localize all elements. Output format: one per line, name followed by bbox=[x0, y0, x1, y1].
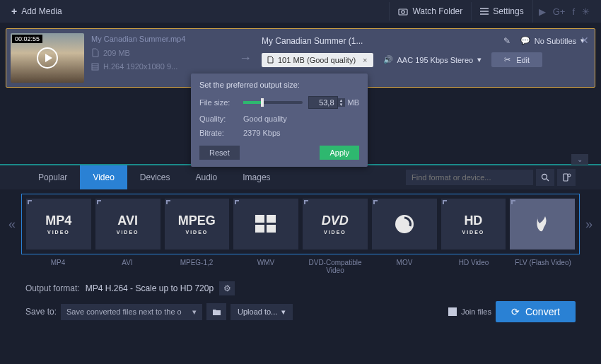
audio-dropdown[interactable]: 🔊 AAC 195 Kbps Stereo ▾ bbox=[378, 52, 488, 67]
filesize-spinner[interactable]: ▲▼ bbox=[338, 98, 345, 107]
format-grid: MP4VIDEO AVIVIDEO MPEGVIDEO DVDVIDEO HDV… bbox=[21, 194, 580, 254]
tab-audio[interactable]: Audio bbox=[183, 165, 231, 189]
gear-icon: ⚙ bbox=[223, 283, 231, 293]
format-mov[interactable] bbox=[372, 199, 437, 249]
chevron-down-icon: ▾ bbox=[281, 307, 286, 317]
format-flv[interactable] bbox=[510, 199, 575, 249]
search-input[interactable] bbox=[406, 170, 533, 185]
svg-point-1 bbox=[402, 10, 404, 13]
device-detect-button[interactable] bbox=[557, 169, 576, 186]
search-button[interactable] bbox=[536, 169, 554, 186]
watch-folder-label: Watch Folder bbox=[412, 6, 462, 16]
svg-rect-12 bbox=[255, 215, 264, 223]
quality-value: Good quality bbox=[243, 115, 287, 123]
google-plus-icon[interactable]: G+ bbox=[553, 6, 566, 17]
tab-video[interactable]: Video bbox=[80, 165, 127, 189]
format-hd[interactable]: HDVIDEO bbox=[441, 199, 506, 249]
file-icon bbox=[91, 48, 99, 57]
svg-rect-5 bbox=[92, 64, 98, 70]
filesize-label: File size: bbox=[199, 98, 243, 107]
thumbnail-duration: 00:02:55 bbox=[12, 35, 42, 43]
svg-rect-13 bbox=[267, 215, 276, 223]
remove-file-button[interactable]: ✕ bbox=[580, 35, 589, 46]
collapse-toggle[interactable]: ⌄ bbox=[571, 154, 588, 165]
output-format-label: Output format: bbox=[25, 283, 80, 293]
facebook-icon[interactable]: f bbox=[572, 6, 575, 17]
bitrate-label: Bitrate: bbox=[199, 129, 243, 137]
chevron-down-icon: ▾ bbox=[192, 307, 197, 317]
svg-rect-14 bbox=[255, 225, 264, 233]
svg-line-9 bbox=[547, 179, 549, 181]
format-wmv[interactable] bbox=[233, 199, 298, 249]
video-thumbnail[interactable]: 00:02:55 bbox=[11, 33, 84, 83]
join-files-label: Join files bbox=[461, 307, 491, 316]
format-avi[interactable]: AVIVIDEO bbox=[95, 199, 161, 249]
popup-title: Set the preferred output size: bbox=[199, 81, 359, 89]
join-files-checkbox[interactable]: Join files bbox=[448, 307, 491, 316]
filesize-input[interactable] bbox=[308, 96, 338, 109]
svg-point-8 bbox=[542, 175, 547, 180]
format-dvd[interactable]: DVDVIDEO bbox=[303, 199, 368, 249]
close-icon[interactable]: × bbox=[363, 56, 367, 64]
hamburger-icon bbox=[480, 8, 489, 15]
plus-icon: + bbox=[11, 6, 17, 17]
social-icons: ▶ G+ f ✳ bbox=[532, 0, 595, 23]
upload-label: Upload to... bbox=[238, 307, 277, 317]
tab-devices[interactable]: Devices bbox=[127, 165, 183, 189]
file-size: 209 MB bbox=[103, 49, 130, 57]
play-icon[interactable] bbox=[37, 47, 58, 69]
subtitles-value: No Subtitles bbox=[535, 37, 576, 45]
format-mpeg[interactable]: MPEGVIDEO bbox=[165, 199, 230, 249]
apply-button[interactable]: Apply bbox=[320, 146, 359, 160]
app-icon[interactable]: ✳ bbox=[582, 6, 590, 17]
svg-rect-10 bbox=[564, 174, 568, 181]
checkbox-icon bbox=[448, 307, 457, 316]
format-mp4[interactable]: MP4VIDEO bbox=[26, 199, 91, 249]
reset-button[interactable]: Reset bbox=[199, 146, 240, 160]
format-labels: MP4 AVI MPEG-1,2 WMV DVD-Compatible Vide… bbox=[0, 259, 601, 274]
output-name: My Canadian Summer (1... bbox=[262, 36, 499, 46]
output-format-value: MP4 H.264 - Scale up to HD 720p bbox=[86, 283, 214, 293]
speaker-icon: 🔊 bbox=[383, 55, 393, 64]
output-size-button[interactable]: 101 MB (Good quality) × bbox=[262, 53, 373, 67]
chevron-down-icon: ▾ bbox=[477, 55, 482, 64]
output-settings-button[interactable]: ⚙ bbox=[219, 281, 235, 295]
file-codec: H.264 1920x1080 9... bbox=[103, 62, 177, 71]
camera-icon bbox=[398, 8, 408, 16]
tab-images[interactable]: Images bbox=[230, 165, 283, 189]
subtitles-dropdown[interactable]: 💬 No Subtitles ▾ bbox=[515, 33, 590, 48]
bitrate-value: 2379 Kbps bbox=[243, 129, 281, 137]
folder-icon bbox=[212, 308, 221, 316]
upload-dropdown[interactable]: Upload to... ▾ bbox=[231, 304, 293, 320]
output-size-popup: Set the preferred output size: File size… bbox=[191, 74, 368, 167]
prev-formats-button[interactable]: « bbox=[3, 217, 21, 232]
quality-label: Quality: bbox=[199, 115, 243, 123]
save-to-label: Save to: bbox=[25, 307, 57, 317]
audio-value: AAC 195 Kbps Stereo bbox=[397, 56, 474, 64]
subtitle-icon: 💬 bbox=[520, 36, 530, 45]
next-formats-button[interactable]: » bbox=[580, 217, 598, 232]
format-tabs: Popular Video Devices Audio Images bbox=[0, 165, 601, 189]
settings-button[interactable]: Settings bbox=[471, 2, 532, 20]
video-codec-icon bbox=[91, 63, 99, 71]
watch-folder-button[interactable]: Watch Folder bbox=[389, 2, 471, 20]
youtube-icon[interactable]: ▶ bbox=[539, 6, 546, 17]
file-icon bbox=[267, 56, 274, 64]
browse-folder-button[interactable] bbox=[206, 303, 226, 320]
top-toolbar: + Add Media Watch Folder Settings ▶ G+ f… bbox=[0, 0, 601, 23]
convert-label: Convert bbox=[525, 306, 560, 317]
filesize-unit: MB bbox=[348, 98, 360, 107]
edit-name-icon[interactable]: ✎ bbox=[503, 36, 510, 46]
file-name: My Canadian Summer.mp4 bbox=[91, 35, 229, 43]
save-to-dropdown[interactable]: Save converted files next to the o ▾ bbox=[61, 304, 202, 320]
refresh-icon: ⟳ bbox=[511, 306, 520, 317]
output-size-value: 101 MB (Good quality) bbox=[278, 56, 356, 64]
add-media-button[interactable]: + Add Media bbox=[6, 3, 68, 20]
tab-popular[interactable]: Popular bbox=[25, 165, 80, 189]
scissors-icon: ✂ bbox=[504, 55, 510, 64]
edit-label: Edit bbox=[516, 56, 530, 64]
save-to-value: Save converted files next to the o bbox=[66, 307, 182, 317]
filesize-slider[interactable] bbox=[243, 101, 303, 104]
convert-button[interactable]: ⟳ Convert bbox=[496, 301, 576, 322]
edit-button[interactable]: ✂ Edit bbox=[491, 52, 542, 67]
